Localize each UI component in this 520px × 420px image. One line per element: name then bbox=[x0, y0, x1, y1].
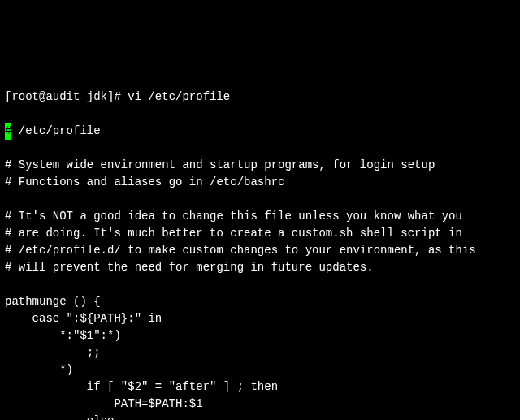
terminal-screen[interactable]: [root@audit jdk]# vi /etc/profile # /etc… bbox=[5, 71, 515, 420]
file-content: # System wide environment and startup pr… bbox=[5, 140, 515, 420]
shell-prompt: [root@audit jdk]# vi /etc/profile bbox=[5, 90, 230, 103]
file-path-comment: /etc/profile bbox=[11, 124, 100, 137]
